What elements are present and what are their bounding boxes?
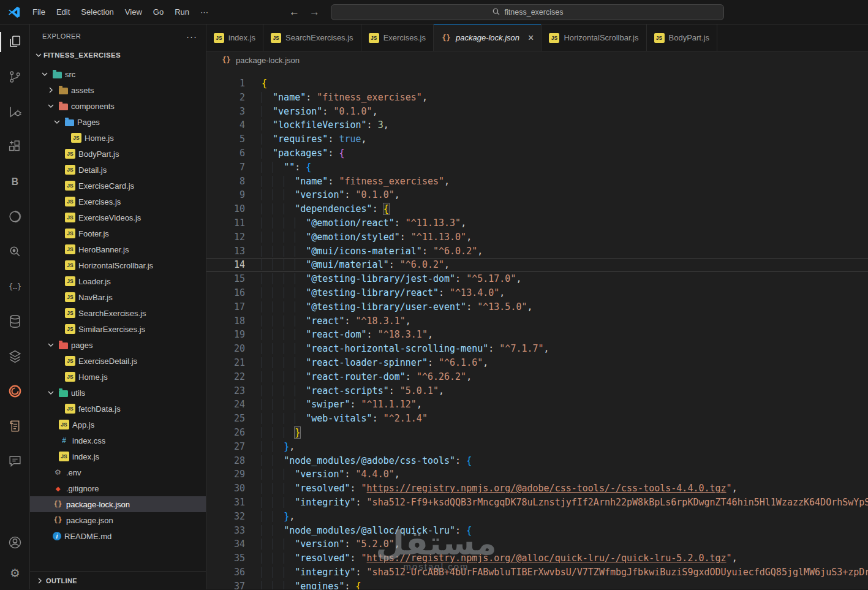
code-line-30[interactable]: 30 "resolved": "https://registry.npmjs.o… [206, 482, 868, 496]
code-line-36[interactable]: 36 "integrity": "sha512-UrcABB+4bUrFABwb… [206, 565, 868, 580]
code-line-12[interactable]: 12 "@emotion/styled": "^11.13.0", [206, 230, 868, 244]
tree-item-package-lock.json[interactable]: {}package-lock.json [30, 496, 206, 512]
tree-item-utils[interactable]: utils [30, 385, 206, 401]
tree-item-BodyPart.js[interactable]: JSBodyPart.js [30, 146, 206, 162]
forward-arrow-icon[interactable]: → [309, 6, 320, 18]
tree-item-assets[interactable]: assets [30, 82, 206, 98]
command-center-search[interactable]: fitness_exercises [331, 4, 724, 20]
tree-item-fetchData.js[interactable]: JSfetchData.js [30, 401, 206, 417]
outline-section[interactable]: OUTLINE [30, 571, 206, 589]
code-line-11[interactable]: 11 "@emotion/react": "^11.13.3", [206, 216, 868, 230]
tree-item-Detail.js[interactable]: JSDetail.js [30, 162, 206, 178]
tab-BodyPart.js[interactable]: JSBodyPart.js [647, 25, 717, 51]
code-line-33[interactable]: 33 "node_modules/@alloc/quick-lru": { [206, 524, 868, 538]
menu-run[interactable]: Run [169, 4, 195, 20]
code-line-4[interactable]: 4 "lockfileVersion": 3, [206, 118, 868, 132]
tree-item-index.css[interactable]: #index.css [30, 433, 206, 448]
code-line-19[interactable]: 19 "react-dom": "^18.3.1", [206, 328, 868, 342]
orange-ring-extension-icon[interactable] [0, 374, 29, 409]
menu-file[interactable]: File [27, 4, 51, 20]
letter-b-extension-icon[interactable]: B [0, 164, 29, 199]
tab-HorizontalScrollbar.js[interactable]: JSHorizontalScrollbar.js [542, 25, 646, 51]
code-line-25[interactable]: 25 "web-vitals": "^2.1.4" [206, 412, 868, 426]
code-line-24[interactable]: 24 "swiper": "^11.1.12", [206, 398, 868, 412]
tree-item-Exercises.js[interactable]: JSExercises.js [30, 194, 206, 210]
code-line-16[interactable]: 16 "@testing-library/react": "^13.4.0", [206, 286, 868, 300]
code-line-18[interactable]: 18 "react": "^18.3.1", [206, 314, 868, 328]
database-extension-icon[interactable] [0, 304, 29, 339]
code-line-31[interactable]: 31 "integrity": "sha512-Ff9+ksdQQB3rMncg… [206, 496, 868, 510]
tree-item-pages[interactable]: pages [30, 337, 206, 353]
code-line-34[interactable]: 34 "version": "5.2.0", [206, 537, 868, 551]
code-line-3[interactable]: 3 "version": "0.1.0", [206, 105, 868, 119]
code-line-17[interactable]: 17 "@testing-library/user-event": "^13.5… [206, 300, 868, 314]
project-root-row[interactable]: FITNESS_EXERCISES [30, 48, 206, 62]
menu-more-icon[interactable]: ··· [195, 4, 214, 20]
tab-SearchExercises.js[interactable]: JSSearchExercises.js [263, 25, 361, 51]
code-line-21[interactable]: 21 "react-loader-spinner": "^6.1.6", [206, 356, 868, 370]
braces-extension-icon[interactable]: {…} [0, 269, 29, 304]
explorer-icon[interactable] [0, 25, 29, 59]
tree-item-HeroBanner.js[interactable]: JSHeroBanner.js [30, 241, 206, 257]
tree-item-ExerciseVideos.js[interactable]: JSExerciseVideos.js [30, 210, 206, 225]
code-line-5[interactable]: 5 "requires": true, [206, 132, 868, 146]
code-line-15[interactable]: 15 "@testing-library/jest-dom": "^5.17.0… [206, 272, 868, 286]
code-line-23[interactable]: 23 "react-scripts": "5.0.1", [206, 384, 868, 398]
tree-item-App.js[interactable]: JSApp.js [30, 417, 206, 433]
run-and-debug-icon[interactable] [0, 94, 29, 129]
menu-edit[interactable]: Edit [51, 4, 75, 20]
code-line-7[interactable]: 7 "": { [206, 161, 868, 175]
tree-item-Loader.js[interactable]: JSLoader.js [30, 273, 206, 289]
tree-item-components[interactable]: components [30, 98, 206, 114]
menu-view[interactable]: View [119, 4, 148, 20]
code-line-37[interactable]: 37 "engines": { [206, 580, 868, 589]
layers-extension-icon[interactable] [0, 339, 29, 374]
settings-gear-icon[interactable]: ⚙ [0, 558, 29, 588]
close-icon[interactable]: × [528, 33, 534, 43]
tree-item-.env[interactable]: ⚙.env [30, 464, 206, 480]
scroll-extension-icon[interactable] [0, 409, 29, 444]
chat-extension-icon[interactable] [0, 444, 29, 478]
code-line-1[interactable]: 1{ [206, 77, 868, 91]
more-actions-icon[interactable]: ··· [186, 31, 197, 42]
tree-item-Home.js[interactable]: JSHome.js [30, 369, 206, 385]
tree-item-NavBar.js[interactable]: JSNavBar.js [30, 289, 206, 305]
code-line-13[interactable]: 13 "@mui/icons-material": "^6.0.2", [206, 244, 868, 259]
tree-item-index.js[interactable]: JSindex.js [30, 448, 206, 464]
tab-index.js[interactable]: JSindex.js [206, 25, 263, 51]
tree-item-SearchExercises.js[interactable]: JSSearchExercises.js [30, 305, 206, 321]
tree-item-Home.js[interactable]: JSHome.js [30, 130, 206, 146]
tree-item-.gitignore[interactable]: ◆.gitignore [30, 480, 206, 496]
tree-item-ExerciseCard.js[interactable]: JSExerciseCard.js [30, 178, 206, 194]
tab-package-lock.json[interactable]: {}package-lock.json× [434, 25, 542, 51]
code-line-32[interactable]: 32 }, [206, 510, 868, 524]
source-control-icon[interactable] [0, 59, 29, 94]
back-arrow-icon[interactable]: ← [289, 6, 300, 18]
tree-item-README.md[interactable]: iREADME.md [30, 528, 206, 544]
preview-extension-icon[interactable] [0, 234, 29, 269]
code-line-35[interactable]: 35 "resolved": "https://registry.npmjs.o… [206, 551, 868, 565]
circle-extension-icon[interactable] [0, 199, 29, 234]
tree-item-src[interactable]: src [30, 66, 206, 82]
code-line-6[interactable]: 6 "packages": { [206, 146, 868, 161]
tree-item-HorizontalScrollbar.js[interactable]: JSHorizontalScrollbar.js [30, 257, 206, 273]
code-line-28[interactable]: 28 "node_modules/@adobe/css-tools": { [206, 454, 868, 468]
tree-item-SimilarExercises.js[interactable]: JSSimilarExercises.js [30, 321, 206, 337]
tab-Exercises.js[interactable]: JSExercises.js [361, 25, 434, 51]
account-icon[interactable] [0, 527, 29, 558]
code-line-14[interactable]: 14 "@mui/material": "^6.0.2", [206, 258, 868, 272]
code-line-29[interactable]: 29 "version": "4.4.0", [206, 467, 868, 482]
code-line-27[interactable]: 27 }, [206, 440, 868, 454]
code-line-8[interactable]: 8 "name": "fitness_exercises", [206, 175, 868, 189]
tree-item-ExerciseDetail.js[interactable]: JSExerciseDetail.js [30, 353, 206, 369]
code-line-20[interactable]: 20 "react-horizontal-scrolling-menu": "^… [206, 342, 868, 356]
menu-selection[interactable]: Selection [75, 4, 119, 20]
tree-item-Pages[interactable]: Pages [30, 114, 206, 130]
breadcrumb[interactable]: {} package-lock.json [206, 51, 868, 69]
tree-item-package.json[interactable]: {}package.json [30, 512, 206, 528]
menu-go[interactable]: Go [148, 4, 169, 20]
code-line-26[interactable]: 26 } [206, 426, 868, 440]
code-line-10[interactable]: 10 "dependencies": { [206, 202, 868, 216]
tree-item-Footer.js[interactable]: JSFooter.js [30, 225, 206, 241]
code-line-22[interactable]: 22 "react-router-dom": "^6.26.2", [206, 370, 868, 384]
